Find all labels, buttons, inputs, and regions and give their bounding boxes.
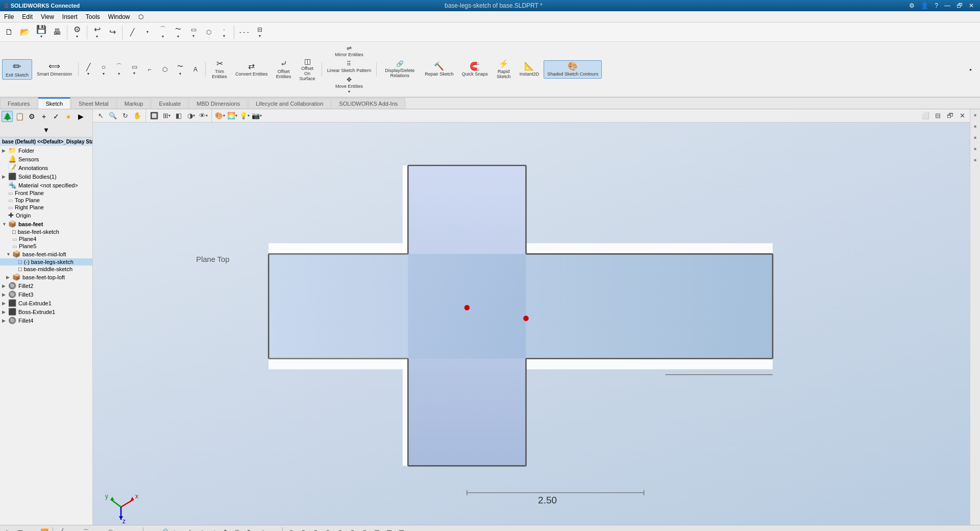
options-btn[interactable]: ⚙▾ <box>70 24 84 40</box>
smart-dim-btn[interactable]: ⟺ Smart Dimension <box>33 60 76 79</box>
polygon-small-btn[interactable]: ⬡ <box>158 64 172 75</box>
circle-tool[interactable]: ▾ <box>140 28 155 36</box>
text-btn[interactable]: A <box>188 64 203 75</box>
tree-item-fillet3[interactable]: ▶ 🔘 Fillet3 <box>0 290 92 299</box>
shaded-sketch-btn[interactable]: 🎨 Shaded Sketch Contours <box>544 60 602 79</box>
polygon-tool[interactable]: ⬡ <box>202 27 216 37</box>
tree-item-top-plane[interactable]: ▭ Top Plane <box>0 197 92 204</box>
view-section-btn[interactable]: ◧ <box>173 110 184 122</box>
view-hide-btn[interactable]: 👁▾ <box>198 110 209 122</box>
sk-extra10[interactable]: ⊠ <box>396 527 407 532</box>
view-select-btn[interactable]: ↖ <box>95 110 106 122</box>
panel-dxf-btn[interactable]: + <box>38 111 50 122</box>
minimize-btn[interactable]: — <box>942 2 952 9</box>
quick-snaps-btn[interactable]: 🧲 Quick Snaps <box>458 60 492 79</box>
view-appearance-btn[interactable]: 🎨▾ <box>214 110 226 122</box>
circle-small-btn[interactable]: ○▾ <box>96 61 111 78</box>
new-btn[interactable]: 🗋 <box>2 27 16 38</box>
view-zoom-btn[interactable]: 🔍 <box>107 110 118 122</box>
sk-rect-btn[interactable]: ▭ <box>92 527 104 532</box>
tab-features[interactable]: Features <box>0 98 37 109</box>
sk-relation-btn[interactable]: 🔗 <box>158 527 169 532</box>
spline-tool[interactable]: 〜▾ <box>171 23 185 40</box>
sk-extra5[interactable]: ⊛ <box>334 527 346 532</box>
tree-item-top-loft[interactable]: ▶ 📦 base-feet-top-loft <box>0 273 92 281</box>
tree-item-material[interactable]: 🔩 Material <not specified> <box>0 181 92 189</box>
sk-move-btn[interactable]: ✥ <box>219 527 231 532</box>
instant2d-btn[interactable]: 📐 Instant2D <box>516 60 543 79</box>
panel-arrow-btn[interactable]: ▶ <box>75 111 86 122</box>
convert-entities-btn[interactable]: ⇄ Convert Entities <box>232 60 272 79</box>
tree-item-front-plane[interactable]: ▭ Front Plane <box>0 189 92 197</box>
sk-extra8[interactable]: ⊞ <box>371 527 382 532</box>
tab-sketch[interactable]: Sketch <box>38 98 70 109</box>
point-tool[interactable]: ·▾ <box>217 25 231 40</box>
panel-tasks-btn[interactable]: ✓ <box>51 111 62 122</box>
tree-item-fillet2[interactable]: ▶ 🔘 Fillet2 <box>0 281 92 290</box>
sk-rotate-btn[interactable]: ↻ <box>244 527 255 532</box>
view-rotate-btn[interactable]: ↻ <box>119 110 131 122</box>
tab-markup[interactable]: Markup <box>117 98 151 109</box>
tree-item-boss-extrude1[interactable]: ▶ ⬛ Boss-Extrude1 <box>0 307 92 316</box>
tab-lifecycle[interactable]: Lifecycle and Collaboration <box>248 98 331 109</box>
sk-freehand-btn[interactable]: ✏ <box>129 527 140 532</box>
menu-view[interactable]: View <box>37 12 58 21</box>
view-expand-btn[interactable]: ⬜ <box>920 110 931 122</box>
tree-item-solid-bodies[interactable]: ▶ ⬛ Solid Bodies(1) <box>0 172 92 181</box>
menu-insert[interactable]: Insert <box>58 12 82 21</box>
sk-line-btn[interactable]: ╱ <box>56 527 67 532</box>
view-camera-btn[interactable]: 📷▾ <box>251 110 262 122</box>
sk-stretch-btn[interactable]: ↔ <box>268 527 280 532</box>
rect-tool[interactable]: ▭▾ <box>186 25 201 40</box>
repair-sketch-btn[interactable]: 🔨 Repair Sketch <box>421 60 457 79</box>
tree-item-folder[interactable]: ▶ 📁 Folder <box>0 146 92 155</box>
tree-item-cut-extrude1[interactable]: ▶ ⬛ Cut-Extrude1 <box>0 299 92 307</box>
tree-item-fillet4[interactable]: ▶ 🔘 Fillet4 <box>0 316 92 325</box>
rect-small-btn[interactable]: ▭▾ <box>127 62 141 77</box>
close-btn[interactable]: ✕ <box>967 2 976 9</box>
tree-item-base-feet-sketch[interactable]: □ base-feet-sketch <box>0 228 92 235</box>
tree-item-mid-loft[interactable]: ▼ 📦 base-feet-mid-loft <box>0 250 92 258</box>
fillet-btn[interactable]: ⌐ <box>142 64 157 75</box>
panel-orange-btn[interactable]: ● <box>63 111 74 122</box>
sk-dot-btn[interactable]: ● <box>27 527 38 532</box>
view-window-max-btn[interactable]: 🗗 <box>944 110 955 122</box>
sk-grid-btn[interactable]: ⊞ <box>14 527 26 532</box>
mirror-entities-btn[interactable]: ⇌ Mirror Entities <box>325 43 374 59</box>
linear-sketch-btn[interactable]: ⠿ Linear Sketch Pattern <box>325 59 374 75</box>
view-orient-btn[interactable]: ⊞▾ <box>161 110 172 122</box>
restore-btn[interactable]: 🗗 <box>954 2 965 9</box>
mirror-horz-btn[interactable]: ⊟▾ <box>253 25 267 40</box>
sk-mirror-btn[interactable]: ⇌ <box>207 527 218 532</box>
menu-window[interactable]: Window <box>104 12 134 21</box>
view-pan-btn[interactable]: ✋ <box>132 110 143 122</box>
sk-point-btn[interactable]: · <box>117 527 128 532</box>
tree-item-base-middle-sketch[interactable]: □ base-middle-sketch <box>0 266 92 273</box>
sk-extra6[interactable]: ⊜ <box>347 527 358 532</box>
sk-extra3[interactable]: ⊘ <box>310 527 321 532</box>
sk-arc-btn[interactable]: ⌒ <box>80 527 91 532</box>
menu-maximize[interactable]: ⬡ <box>134 12 148 21</box>
sk-trim-btn[interactable]: ✂ <box>170 527 182 532</box>
sk-select-btn[interactable]: ↖ <box>2 527 13 532</box>
sk-scale-btn[interactable]: ⤢ <box>256 527 267 532</box>
line-tool[interactable]: ╱ <box>125 27 139 38</box>
sk-extra4[interactable]: ⊙ <box>322 527 333 532</box>
menu-edit[interactable]: Edit <box>18 12 37 21</box>
sk-extra1[interactable]: ⊕ <box>285 527 297 532</box>
arc-small-btn[interactable]: ⌒▾ <box>112 61 126 78</box>
panel-featuretree-btn[interactable]: 🌲 <box>2 111 13 122</box>
toolbar-overflow[interactable]: ▸ <box>964 65 978 74</box>
tree-item-base-legs-sketch[interactable]: □ (-) base-legs-sketch <box>0 258 92 266</box>
sk-extra9[interactable]: ⊟ <box>383 527 395 532</box>
tab-mbd[interactable]: MBD Dimensions <box>189 98 248 109</box>
construction-btn[interactable]: - - - <box>237 27 252 37</box>
print-btn[interactable]: 🖶 <box>50 27 64 38</box>
move-entities-btn[interactable]: ✥ Move Entities ▾ <box>325 75 374 95</box>
arc-tool[interactable]: ⌒▾ <box>156 23 170 40</box>
tree-item-plane5[interactable]: ▭ Plane5 <box>0 243 92 250</box>
sk-circle-btn[interactable]: ○ <box>68 527 79 532</box>
view-scenes-btn[interactable]: 🌅▾ <box>227 110 238 122</box>
tab-sheet-metal[interactable]: Sheet Metal <box>71 98 116 109</box>
sk-extra2[interactable]: ⊗ <box>298 527 309 532</box>
